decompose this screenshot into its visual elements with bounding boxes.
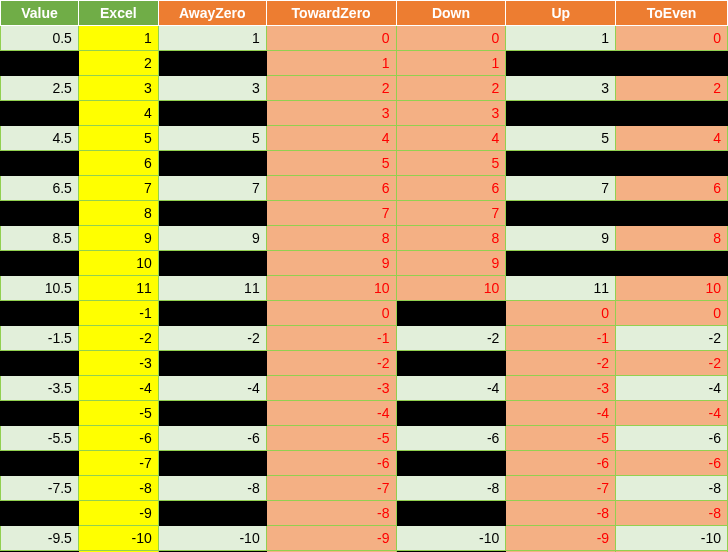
cell-value bbox=[1, 201, 79, 226]
cell-value: 6.5 bbox=[1, 176, 79, 201]
cell-value: 8.5 bbox=[1, 226, 79, 251]
cell-value bbox=[1, 451, 79, 476]
col-header-toward: TowardZero bbox=[266, 1, 396, 26]
cell-toeven bbox=[616, 101, 728, 126]
cell-awayzero: -6 bbox=[158, 426, 266, 451]
cell-value bbox=[1, 301, 79, 326]
cell-toeven: -6 bbox=[616, 426, 728, 451]
cell-awayzero: 7 bbox=[158, 176, 266, 201]
cell-toeven: -2 bbox=[616, 326, 728, 351]
cell-up bbox=[506, 251, 616, 276]
table-row: 877 bbox=[1, 201, 728, 226]
cell-towardzero: -7 bbox=[266, 476, 396, 501]
cell-excel: -4 bbox=[78, 376, 158, 401]
cell-awayzero: -10 bbox=[158, 526, 266, 551]
cell-toeven: 8 bbox=[616, 226, 728, 251]
cell-down: 7 bbox=[396, 201, 506, 226]
cell-toeven: 0 bbox=[616, 301, 728, 326]
cell-towardzero: 1 bbox=[266, 51, 396, 76]
header-row: Value Excel AwayZero TowardZero Down Up … bbox=[1, 1, 728, 26]
col-header-down: Down bbox=[396, 1, 506, 26]
cell-awayzero: 5 bbox=[158, 126, 266, 151]
cell-towardzero: -5 bbox=[266, 426, 396, 451]
cell-towardzero: 2 bbox=[266, 76, 396, 101]
cell-toeven bbox=[616, 151, 728, 176]
table-row: 1099 bbox=[1, 251, 728, 276]
cell-awayzero: 3 bbox=[158, 76, 266, 101]
cell-awayzero bbox=[158, 401, 266, 426]
cell-toeven: -10 bbox=[616, 526, 728, 551]
cell-up bbox=[506, 201, 616, 226]
cell-excel: -9 bbox=[78, 501, 158, 526]
cell-value: -9.5 bbox=[1, 526, 79, 551]
cell-awayzero: -2 bbox=[158, 326, 266, 351]
cell-toeven bbox=[616, 51, 728, 76]
cell-value: 2.5 bbox=[1, 76, 79, 101]
cell-toeven: 4 bbox=[616, 126, 728, 151]
cell-up: -2 bbox=[506, 351, 616, 376]
cell-up: -9 bbox=[506, 526, 616, 551]
col-header-up: Up bbox=[506, 1, 616, 26]
cell-down: 6 bbox=[396, 176, 506, 201]
cell-excel: 10 bbox=[78, 251, 158, 276]
cell-up: 5 bbox=[506, 126, 616, 151]
table-row: 655 bbox=[1, 151, 728, 176]
cell-down: -8 bbox=[396, 476, 506, 501]
cell-awayzero bbox=[158, 101, 266, 126]
cell-towardzero: 4 bbox=[266, 126, 396, 151]
cell-down bbox=[396, 401, 506, 426]
cell-value: -7.5 bbox=[1, 476, 79, 501]
cell-up: -5 bbox=[506, 426, 616, 451]
cell-awayzero bbox=[158, 51, 266, 76]
cell-toeven: -6 bbox=[616, 451, 728, 476]
cell-down bbox=[396, 451, 506, 476]
cell-up: -7 bbox=[506, 476, 616, 501]
cell-toeven: -2 bbox=[616, 351, 728, 376]
col-header-away: AwayZero bbox=[158, 1, 266, 26]
cell-value: 0.5 bbox=[1, 26, 79, 51]
cell-up: -8 bbox=[506, 501, 616, 526]
cell-awayzero: -8 bbox=[158, 476, 266, 501]
cell-excel: 9 bbox=[78, 226, 158, 251]
cell-down: 5 bbox=[396, 151, 506, 176]
cell-toeven: -4 bbox=[616, 401, 728, 426]
cell-excel: 5 bbox=[78, 126, 158, 151]
cell-up: 11 bbox=[506, 276, 616, 301]
col-header-toeven: ToEven bbox=[616, 1, 728, 26]
cell-excel: -3 bbox=[78, 351, 158, 376]
cell-awayzero: 1 bbox=[158, 26, 266, 51]
cell-down: -2 bbox=[396, 326, 506, 351]
cell-excel: 6 bbox=[78, 151, 158, 176]
cell-value bbox=[1, 101, 79, 126]
cell-towardzero: 6 bbox=[266, 176, 396, 201]
table-row: -9-8-8-8 bbox=[1, 501, 728, 526]
cell-toeven: 10 bbox=[616, 276, 728, 301]
cell-awayzero bbox=[158, 351, 266, 376]
table-row: 6.5776676 bbox=[1, 176, 728, 201]
cell-up: 7 bbox=[506, 176, 616, 201]
table-row: 10.5111110101110 bbox=[1, 276, 728, 301]
cell-towardzero: -3 bbox=[266, 376, 396, 401]
cell-towardzero: 5 bbox=[266, 151, 396, 176]
cell-value: -1.5 bbox=[1, 326, 79, 351]
col-header-value: Value bbox=[1, 1, 79, 26]
cell-excel: -5 bbox=[78, 401, 158, 426]
cell-up: 9 bbox=[506, 226, 616, 251]
cell-up: 1 bbox=[506, 26, 616, 51]
cell-excel: 3 bbox=[78, 76, 158, 101]
cell-excel: 2 bbox=[78, 51, 158, 76]
cell-awayzero bbox=[158, 251, 266, 276]
col-header-excel: Excel bbox=[78, 1, 158, 26]
cell-excel: -8 bbox=[78, 476, 158, 501]
cell-awayzero: 9 bbox=[158, 226, 266, 251]
cell-excel: -7 bbox=[78, 451, 158, 476]
table-row: -5.5-6-6-5-6-5-6 bbox=[1, 426, 728, 451]
cell-toeven: 6 bbox=[616, 176, 728, 201]
cell-down bbox=[396, 501, 506, 526]
table-row: 211 bbox=[1, 51, 728, 76]
cell-down: 4 bbox=[396, 126, 506, 151]
table-row: 2.5332232 bbox=[1, 76, 728, 101]
cell-excel: -2 bbox=[78, 326, 158, 351]
cell-towardzero: 9 bbox=[266, 251, 396, 276]
cell-towardzero: 7 bbox=[266, 201, 396, 226]
